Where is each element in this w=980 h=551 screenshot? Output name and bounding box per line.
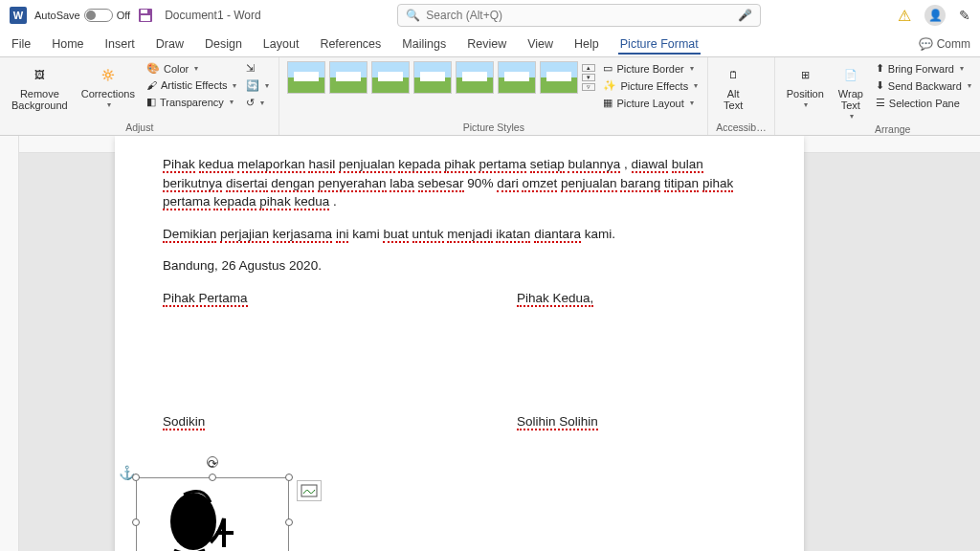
tab-draw[interactable]: Draw bbox=[154, 33, 186, 55]
user-avatar[interactable]: 👤 bbox=[924, 5, 946, 26]
style-thumb[interactable] bbox=[287, 61, 325, 94]
change-picture-button[interactable]: 🔄▾ bbox=[244, 78, 271, 93]
party-1-label[interactable]: Pihak Pertama bbox=[163, 291, 248, 307]
workspace: 1 2 3 4 5 6 Pihak kedua melaporkan hasil… bbox=[0, 136, 980, 551]
wrap-icon: 📄 bbox=[837, 63, 864, 86]
tab-insert[interactable]: Insert bbox=[103, 33, 137, 55]
picture-layout-button[interactable]: ▦Picture Layout▾ bbox=[601, 96, 700, 110]
style-thumb[interactable] bbox=[371, 61, 410, 94]
party-2-label[interactable]: Pihak Kedua, bbox=[517, 291, 593, 307]
rotate-handle[interactable]: ⟳ bbox=[207, 456, 218, 468]
change-pic-icon: 🔄 bbox=[246, 79, 259, 92]
gallery-more[interactable]: ▴▾▿ bbox=[582, 64, 595, 91]
layout-options-button[interactable] bbox=[297, 480, 322, 501]
group-picture-styles: ▴▾▿ ▭Picture Border▾ ✨Picture Effects▾ ▦… bbox=[279, 57, 708, 135]
paragraph-2[interactable]: Demikian perjajian kerjasama ini kami bu… bbox=[163, 225, 756, 244]
wrap-text-button[interactable]: 📄Wrap Text▾ bbox=[834, 61, 868, 123]
group-arrange: ⊞Position▾ 📄Wrap Text▾ ⬆Bring Forward▾ ⬇… bbox=[775, 57, 980, 135]
group-accessibility: 🗒 Alt Text Accessib… bbox=[708, 57, 775, 135]
document-title: Document1 - Word bbox=[165, 9, 260, 22]
picture-style-gallery[interactable]: ▴▾▿ bbox=[287, 61, 595, 94]
mic-icon[interactable]: 🎤 bbox=[738, 9, 752, 22]
group-label-arrange: Arrange bbox=[783, 123, 980, 136]
name-1[interactable]: Sodikin bbox=[163, 414, 205, 430]
artistic-icon: 🖌 bbox=[146, 79, 157, 91]
corrections-icon: 🔆 bbox=[95, 63, 122, 86]
tab-mailings[interactable]: Mailings bbox=[400, 33, 448, 55]
effects-icon: ✨ bbox=[603, 79, 616, 92]
remove-bg-icon: 🖼 bbox=[26, 63, 53, 86]
compress-button[interactable]: ⇲ bbox=[244, 61, 271, 76]
color-button[interactable]: 🎨Color▾ bbox=[145, 61, 238, 76]
style-thumb[interactable] bbox=[329, 61, 368, 94]
position-button[interactable]: ⊞Position▾ bbox=[783, 61, 828, 112]
save-icon[interactable] bbox=[138, 8, 153, 23]
forward-icon: ⬆ bbox=[876, 62, 884, 75]
tab-picture-format[interactable]: Picture Format bbox=[618, 33, 701, 55]
date-line[interactable]: Bandung, 26 Agustus 2020. bbox=[163, 256, 756, 276]
tab-layout[interactable]: Layout bbox=[261, 33, 301, 55]
tab-design[interactable]: Design bbox=[203, 33, 244, 55]
svg-rect-2 bbox=[141, 15, 150, 21]
transparency-icon: ◧ bbox=[146, 96, 156, 108]
resize-handle[interactable] bbox=[209, 474, 216, 481]
corrections-button[interactable]: 🔆 Corrections ▾ bbox=[78, 61, 139, 112]
resize-handle[interactable] bbox=[285, 518, 293, 526]
canvas[interactable]: 1 2 3 4 5 6 Pihak kedua melaporkan hasil… bbox=[19, 136, 980, 551]
bring-forward-button[interactable]: ⬆Bring Forward▾ bbox=[874, 61, 973, 76]
style-thumb[interactable] bbox=[413, 61, 452, 94]
resize-handle[interactable] bbox=[132, 518, 140, 526]
selection-pane-button[interactable]: ☰Selection Pane bbox=[874, 96, 973, 110]
resize-handle[interactable] bbox=[285, 474, 293, 481]
paragraph-1[interactable]: Pihak kedua melaporkan hasil penjualan k… bbox=[163, 155, 756, 211]
signature-image[interactable] bbox=[165, 485, 260, 551]
style-thumb[interactable] bbox=[498, 61, 536, 94]
title-bar: W AutoSave Off Document1 - Word 🔍 🎤 ⚠ 👤 … bbox=[0, 0, 980, 31]
transparency-button[interactable]: ◧Transparency▾ bbox=[145, 95, 238, 109]
tab-home[interactable]: Home bbox=[50, 33, 85, 55]
reset-picture-button[interactable]: ↺▾ bbox=[244, 96, 271, 110]
tab-help[interactable]: Help bbox=[572, 33, 601, 55]
alt-text-button[interactable]: 🗒 Alt Text bbox=[716, 61, 750, 113]
alt-text-icon: 🗒 bbox=[720, 63, 746, 86]
word-app-icon: W bbox=[10, 7, 27, 24]
search-input[interactable] bbox=[426, 9, 732, 22]
picture-effects-button[interactable]: ✨Picture Effects▾ bbox=[601, 78, 700, 93]
tab-review[interactable]: Review bbox=[465, 33, 508, 55]
selected-picture[interactable]: ⟳ bbox=[136, 477, 289, 551]
picture-border-button[interactable]: ▭Picture Border▾ bbox=[601, 61, 700, 76]
layout-icon: ▦ bbox=[603, 97, 612, 109]
border-icon: ▭ bbox=[603, 62, 612, 75]
search-box[interactable]: 🔍 🎤 bbox=[397, 4, 761, 27]
artistic-effects-button[interactable]: 🖌Artistic Effects▾ bbox=[145, 78, 238, 92]
ribbon-tabs: File Home Insert Draw Design Layout Refe… bbox=[0, 31, 980, 57]
compress-icon: ⇲ bbox=[246, 62, 255, 75]
comments-button[interactable]: 💬 Comm bbox=[919, 37, 970, 51]
send-backward-button[interactable]: ⬇Send Backward▾ bbox=[874, 78, 973, 93]
position-icon: ⊞ bbox=[791, 63, 818, 86]
resize-handle[interactable] bbox=[132, 474, 140, 481]
name-2[interactable]: Solihin Solihin bbox=[517, 414, 598, 430]
tab-view[interactable]: View bbox=[525, 33, 555, 55]
search-icon: 🔍 bbox=[406, 9, 420, 22]
style-thumb[interactable] bbox=[456, 61, 494, 94]
autosave-toggle[interactable]: AutoSave Off bbox=[34, 9, 130, 22]
warning-icon[interactable]: ⚠ bbox=[898, 7, 911, 25]
ribbon: 🖼 Remove Background 🔆 Corrections ▾ 🎨Col… bbox=[0, 57, 980, 136]
toggle-switch-icon[interactable] bbox=[84, 9, 113, 22]
style-thumb[interactable] bbox=[540, 61, 578, 94]
autosave-label: AutoSave bbox=[34, 10, 80, 21]
selpane-icon: ☰ bbox=[876, 97, 885, 109]
group-label-adjust: Adjust bbox=[8, 121, 271, 134]
svg-rect-1 bbox=[141, 10, 147, 13]
reset-icon: ↺ bbox=[246, 97, 255, 109]
tab-references[interactable]: References bbox=[318, 33, 383, 55]
backward-icon: ⬇ bbox=[876, 79, 884, 92]
remove-background-button[interactable]: 🖼 Remove Background bbox=[8, 61, 72, 113]
group-adjust: 🖼 Remove Background 🔆 Corrections ▾ 🎨Col… bbox=[0, 57, 279, 135]
group-label-access: Accessib… bbox=[716, 121, 767, 134]
tab-file[interactable]: File bbox=[10, 33, 33, 55]
group-label-styles: Picture Styles bbox=[287, 121, 700, 134]
pen-mode-icon[interactable]: ✎ bbox=[959, 8, 970, 23]
vertical-ruler[interactable] bbox=[0, 136, 19, 551]
